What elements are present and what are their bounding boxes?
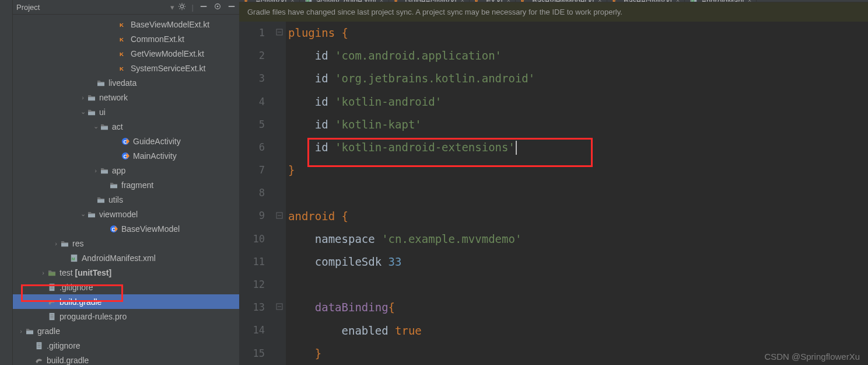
svg-rect-30 (37, 343, 40, 344)
editor-tab[interactable]: KEx.kt× (470, 0, 516, 2)
editor-tab[interactable]: KGuideActivity.kt× (389, 0, 470, 2)
svg-text:K: K (120, 50, 124, 57)
tree-item[interactable]: MAndroidManifest.xml (13, 251, 239, 265)
tree-item[interactable]: ⌄ui (13, 105, 239, 119)
tool-window-bar[interactable] (0, 0, 13, 365)
tree-item[interactable]: KBaseViewModelExt.kt (13, 17, 239, 32)
editor-tab[interactable]: KBaseActivity.kt× (607, 0, 685, 2)
tree-item[interactable]: ›network (13, 90, 239, 105)
project-tree-title: Project (16, 3, 170, 12)
notification-text: Gradle files have changed since last pro… (247, 8, 622, 16)
tree-item[interactable]: CBaseViewModel (13, 221, 239, 236)
watermark: CSDN @SpringflowerXu (764, 352, 860, 361)
svg-rect-23 (50, 287, 53, 287)
project-tree-header: Project ▾ | (13, 0, 239, 15)
editor-tab[interactable]: Mactivity_guide.xml× (300, 0, 389, 2)
tree-item[interactable]: CMainActivity (13, 148, 239, 163)
project-tree-panel: Project ▾ | KBaseViewModelExt.ktKCommonE… (13, 0, 239, 365)
tree-item[interactable]: ⌄viewmodel (13, 207, 239, 221)
code-content[interactable]: plugins { id 'com.android.application' i… (286, 22, 868, 365)
project-tree-body[interactable]: KBaseViewModelExt.ktKCommonExt.ktKGetVie… (13, 15, 239, 365)
svg-text:M: M (72, 256, 75, 260)
tree-item[interactable]: CGuideActivity (13, 134, 239, 148)
tree-item[interactable]: KGetViewModelExt.kt (13, 46, 239, 61)
editor-tab[interactable]: MAndroidMani× (685, 0, 757, 2)
tree-item[interactable]: proguard-rules.pro (13, 309, 239, 324)
tree-item[interactable]: KSystemServiceExt.kt (13, 61, 239, 75)
code-editor[interactable]: 123456789101112131415 plugins { id 'com.… (239, 22, 868, 365)
svg-rect-27 (50, 316, 53, 317)
svg-text:K: K (120, 65, 124, 71)
tree-item[interactable]: ›res (13, 236, 239, 251)
svg-text:K: K (120, 36, 124, 42)
hide-icon[interactable] (228, 2, 236, 12)
tree-item[interactable]: build.gradle (13, 353, 239, 365)
svg-rect-32 (37, 346, 40, 347)
tree-item[interactable]: ⌄act (13, 119, 239, 134)
svg-rect-24 (50, 288, 53, 288)
svg-rect-4 (229, 6, 235, 7)
editor-area: KActivity.kt×Mactivity_guide.xml×KGuideA… (239, 0, 868, 365)
svg-rect-26 (50, 314, 53, 315)
tree-item[interactable]: .gitignore (13, 338, 239, 353)
tree-item[interactable]: ›test [unitTest] (13, 265, 239, 280)
line-gutter: 123456789101112131415 (239, 22, 275, 365)
divider-icon: | (192, 3, 194, 12)
sync-notification[interactable]: Gradle files have changed since last pro… (239, 2, 868, 22)
svg-rect-31 (37, 345, 40, 346)
tree-item[interactable]: ›gradle (13, 324, 239, 338)
editor-tab[interactable]: KBaseViewModel.kt× (516, 0, 607, 2)
svg-text:K: K (120, 21, 124, 27)
tree-item[interactable]: ›app (13, 163, 239, 178)
tree-item[interactable]: utils (13, 192, 239, 207)
tree-item[interactable]: KCommonExt.kt (13, 32, 239, 46)
editor-tab[interactable]: KActivity.kt× (239, 0, 300, 2)
fold-column[interactable] (275, 22, 286, 365)
tree-item[interactable]: .gitignore (13, 280, 239, 294)
svg-point-3 (217, 5, 219, 7)
tree-item[interactable]: build.gradle (13, 294, 239, 309)
svg-rect-28 (50, 317, 53, 318)
settings-icon[interactable] (178, 2, 186, 12)
collapse-icon[interactable] (200, 2, 208, 12)
expand-icon[interactable] (214, 2, 222, 12)
tree-item[interactable]: livedata (13, 75, 239, 90)
svg-rect-22 (50, 285, 53, 286)
chevron-down-icon[interactable]: ▾ (170, 3, 174, 12)
svg-point-0 (180, 5, 183, 8)
svg-rect-1 (201, 6, 207, 7)
tree-item[interactable]: fragment (13, 178, 239, 192)
